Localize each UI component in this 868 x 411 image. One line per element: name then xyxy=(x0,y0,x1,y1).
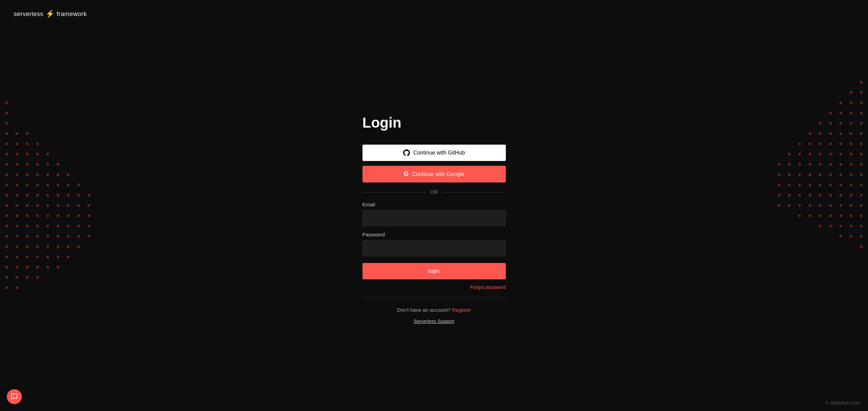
or-divider: OR xyxy=(362,189,506,195)
logo-text-serverless: serverless xyxy=(14,11,43,18)
github-icon xyxy=(403,149,410,156)
chat-button[interactable] xyxy=(7,389,22,404)
logo-text-framework: framework xyxy=(57,11,87,18)
google-icon: G xyxy=(404,171,409,178)
main-content: Login Continue with GitHub G Continue wi… xyxy=(0,28,868,411)
password-field-group: Password xyxy=(362,232,506,256)
header: serverless ⚡ framework xyxy=(0,0,868,28)
google-button-label: Continue with Google xyxy=(412,171,464,177)
google-login-button[interactable]: G Continue with Google xyxy=(362,166,506,182)
page-title: Login xyxy=(362,115,506,131)
footer-copyright: © adapttive.com xyxy=(825,400,860,406)
no-account-text: Don't have an account? xyxy=(397,307,451,313)
email-input[interactable] xyxy=(362,210,506,226)
chat-icon xyxy=(11,393,18,400)
support-link[interactable]: Serverless Support xyxy=(414,319,454,324)
or-text: OR xyxy=(430,189,438,195)
logo[interactable]: serverless ⚡ framework xyxy=(14,10,854,18)
or-line-right xyxy=(442,192,506,192)
forgot-password-wrapper: Forgot password xyxy=(362,284,506,290)
github-login-button[interactable]: Continue with GitHub xyxy=(362,145,506,161)
or-line-left xyxy=(362,192,426,192)
support-link-wrapper: Serverless Support xyxy=(362,318,506,324)
logo-bolt-icon: ⚡ xyxy=(45,10,55,18)
login-form-container: Login Continue with GitHub G Continue wi… xyxy=(362,115,506,324)
register-text: Don't have an account? Register xyxy=(362,307,506,313)
password-input[interactable] xyxy=(362,240,506,256)
login-button[interactable]: login xyxy=(362,263,506,279)
register-link[interactable]: Register xyxy=(452,307,471,313)
github-button-label: Continue with GitHub xyxy=(413,150,465,156)
password-label: Password xyxy=(362,232,506,237)
bottom-divider xyxy=(362,297,506,297)
copyright-text: © adapttive.com xyxy=(825,400,860,406)
forgot-password-link[interactable]: Forgot password xyxy=(470,284,506,290)
login-button-label: login xyxy=(428,268,440,274)
email-field-group: Email xyxy=(362,202,506,226)
email-label: Email xyxy=(362,202,506,207)
